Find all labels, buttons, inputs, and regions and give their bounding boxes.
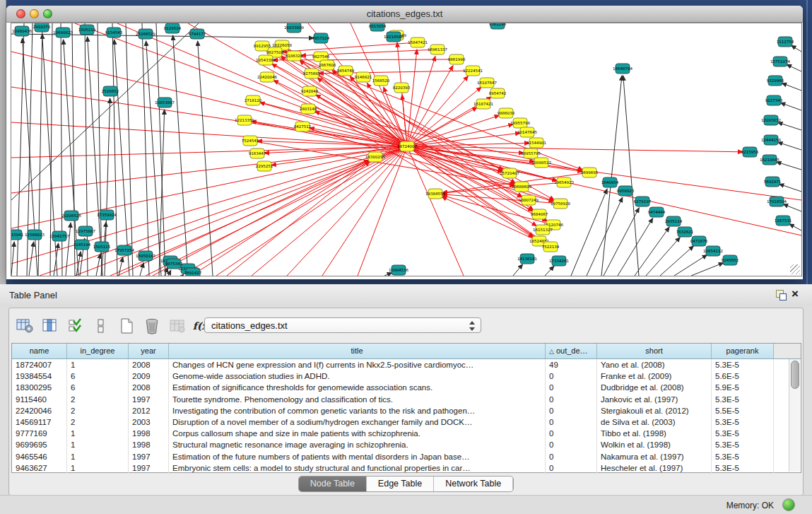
graph-node[interactable]: 25266529 (136, 29, 155, 39)
graph-node[interactable]: 9699695 (581, 168, 599, 177)
table-row[interactable]: 969969511998Structural magnetic resonanc… (12, 439, 801, 450)
graph-node[interactable]: 19384554 (425, 189, 445, 199)
graph-node[interactable]: 9146821 (355, 72, 372, 82)
delete-icon[interactable] (142, 317, 161, 336)
table-row[interactable]: 946362711997Embryonic stem cells: a mode… (12, 462, 801, 474)
graph-node[interactable]: 2718120 (245, 95, 262, 105)
table-select-dropdown[interactable]: citations_edges.txt (204, 317, 481, 333)
graph-node[interactable]: 7857224 (312, 33, 330, 43)
tab-network-table[interactable]: Network Table (434, 477, 513, 491)
graph-node[interactable]: 16210645 (760, 155, 779, 165)
network-window[interactable]: citations_edges.txt 18724007183002951938… (6, 6, 803, 279)
graph-node[interactable]: 9275685 (303, 69, 321, 78)
table-row[interactable]: 1938455462009Genome-wide association stu… (12, 370, 801, 382)
graph-node[interactable]: 12093832 (761, 115, 781, 125)
graph-node[interactable]: 1112754 (777, 37, 794, 47)
graph-node[interactable]: 8454749 (337, 66, 355, 76)
graph-node[interactable]: 7691427 (184, 268, 202, 276)
graph-node[interactable]: 16033809 (284, 23, 304, 33)
graph-node[interactable]: 17016504 (767, 197, 787, 206)
graph-node[interactable]: 5692971 (764, 177, 782, 187)
graph-node[interactable]: 15720407 (500, 168, 519, 178)
toggle-panel-icon[interactable] (91, 317, 110, 336)
graph-node[interactable]: 3915941 (11, 230, 23, 240)
graph-node[interactable]: 9684067 (531, 209, 548, 219)
table-scrollbar[interactable] (789, 359, 800, 472)
window-resize-grip[interactable] (790, 264, 800, 274)
graph-node[interactable]: 17359924 (97, 210, 117, 220)
table-row[interactable]: 1456911722003Disruption of a novel membe… (12, 416, 801, 428)
graph-node[interactable]: 9875343 (165, 259, 183, 269)
graph-node[interactable]: 16958187 (136, 251, 155, 261)
graph-node[interactable]: 9227343 (765, 95, 783, 105)
show-columns-icon[interactable] (40, 317, 59, 336)
graph-node[interactable]: 6279197 (634, 197, 652, 206)
graph-node[interactable]: 22420046 (257, 72, 277, 82)
float-panel-icon[interactable] (776, 290, 787, 300)
graph-node[interactable]: 11544901 (526, 138, 546, 148)
graph-node[interactable]: 7522134 (542, 242, 560, 252)
graph-node[interactable]: 1145194 (73, 240, 91, 250)
graph-node[interactable]: 17334261 (549, 256, 569, 266)
graph-node[interactable]: 18807249 (519, 195, 539, 205)
graph-node[interactable]: 8427512 (294, 122, 312, 132)
graph-node[interactable]: 2867608 (319, 60, 336, 70)
graph-node[interactable]: 18300295 (365, 152, 385, 162)
graph-node[interactable]: 1640954 (601, 177, 619, 187)
graph-node[interactable]: 11568823 (25, 230, 45, 240)
graph-node[interactable]: 9886038 (498, 108, 515, 118)
graph-node[interactable]: 8958923 (617, 186, 635, 196)
graph-node[interactable]: 12224541 (463, 66, 483, 76)
graph-node[interactable]: 10654112 (703, 246, 723, 256)
graph-node[interactable]: 8813054 (369, 23, 387, 31)
graph-node[interactable]: 2918370 (33, 23, 51, 32)
table-options-icon[interactable] (15, 317, 34, 336)
graph-node[interactable]: 1167531 (775, 216, 792, 226)
graph-node[interactable]: 10543382 (256, 55, 276, 65)
graph-node[interactable]: 17957254 (114, 245, 134, 255)
import-table-icon[interactable] (167, 317, 187, 336)
table-row[interactable]: 1872400712008Changes of HCN gene express… (12, 359, 801, 370)
graph-node[interactable]: 16648784 (613, 64, 632, 74)
graph-node[interactable]: 8186328 (286, 51, 303, 61)
graph-node[interactable]: 19756928 (551, 199, 570, 209)
graph-node[interactable]: 9861998 (448, 54, 466, 64)
network-window-titlebar[interactable]: citations_edges.txt (6, 6, 803, 23)
citation-network-graph[interactable]: 1872400718300295193845548912955182260589… (11, 23, 801, 276)
graph-node[interactable]: 9474444 (648, 207, 666, 217)
graph-node[interactable]: 10690823 (53, 28, 73, 37)
column-header-name[interactable]: name (12, 344, 67, 358)
tab-node-table[interactable]: Node Table (299, 477, 367, 491)
close-panel-icon[interactable]: × (792, 287, 799, 301)
table-row[interactable]: 1830029562008Estimation of significance … (12, 382, 801, 393)
graph-node[interactable]: 16107647 (477, 78, 497, 88)
graph-node[interactable]: 10984536 (389, 265, 408, 275)
scrollbar-thumb[interactable] (791, 361, 799, 389)
graph-node[interactable]: 15751074 (770, 57, 790, 66)
tab-edge-table[interactable]: Edge Table (367, 477, 434, 491)
graph-node[interactable]: 2935114 (665, 216, 683, 226)
graph-node[interactable]: 8954742 (489, 88, 507, 98)
graph-node[interactable]: 1505219 (78, 25, 96, 35)
graph-node[interactable]: 15847421 (408, 37, 428, 47)
graph-node[interactable]: 12975887 (76, 226, 95, 236)
graph-node[interactable]: 2803144 (300, 104, 317, 114)
graph-node[interactable]: 18724007 (397, 141, 417, 151)
graph-node[interactable]: 10688609 (512, 182, 531, 192)
memory-status-indicator[interactable] (782, 498, 795, 511)
graph-node[interactable]: 20206526 (61, 211, 81, 221)
graph-node[interactable]: 16961337 (428, 45, 447, 54)
graph-node[interactable]: 18955798 (510, 118, 530, 128)
graph-node[interactable]: 9242848 (301, 86, 319, 96)
select-rows-icon[interactable] (66, 317, 85, 336)
graph-node[interactable]: 10980436 (12, 26, 32, 36)
graph-node[interactable]: 8220393 (393, 83, 411, 93)
graph-node[interactable]: 10098513 (531, 158, 551, 168)
graph-node[interactable]: 16187421 (473, 99, 493, 109)
graph-node[interactable]: 9329966 (767, 76, 784, 86)
graph-node[interactable]: 9245652 (722, 255, 739, 265)
graph-node[interactable]: 8215958 (741, 147, 759, 157)
graph-node[interactable]: 10853887 (155, 98, 175, 107)
column-header-title[interactable]: title (169, 344, 546, 358)
table-row[interactable]: 911546021997Tourette syndrome. Phenomeno… (12, 394, 801, 405)
